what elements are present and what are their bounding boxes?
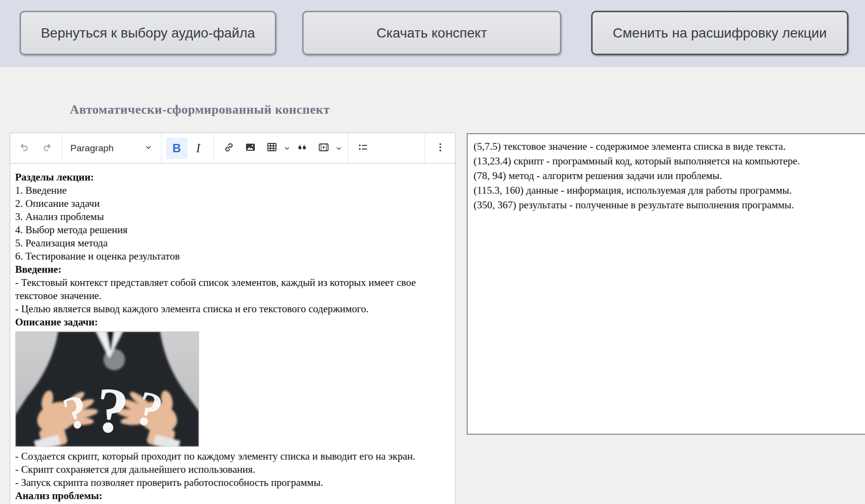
toolbar-separator — [213, 133, 214, 163]
toolbar-separator — [62, 133, 62, 163]
italic-button[interactable]: I — [187, 138, 209, 159]
undo-button[interactable] — [14, 138, 36, 159]
transcript-line: (13,23.4) скрипт - программный код, кото… — [474, 154, 865, 168]
transcript-line: (115.3, 160) данные - информация, исполь… — [474, 183, 865, 198]
redo-button[interactable] — [36, 138, 57, 159]
image-icon — [245, 141, 256, 155]
block-quote-button[interactable] — [291, 138, 313, 159]
content-line: 4. Выбор метода решения — [15, 223, 450, 237]
editor-toolbar: Paragraph B I — [10, 133, 455, 163]
content-line: 6. Тестирование и оценка результатов — [15, 250, 450, 263]
transcript-line: (350, 367) результаты - полученные в рез… — [474, 198, 865, 212]
bold-icon: B — [172, 141, 181, 155]
paragraph-style-dropdown[interactable]: Paragraph — [66, 138, 157, 159]
page-title: Автоматически-сформированный конспект — [70, 102, 330, 117]
content-heading: Описание задачи: — [15, 316, 450, 329]
paragraph-style-label: Paragraph — [70, 143, 114, 154]
content-heading: Анализ проблемы: — [15, 489, 450, 503]
bold-button[interactable]: B — [166, 138, 187, 159]
insert-image-button[interactable] — [240, 138, 261, 159]
italic-icon: I — [196, 141, 200, 155]
content-heading: Введение: — [15, 263, 450, 276]
rich-text-editor: Paragraph B I — [10, 133, 455, 504]
content-line: - Текстовый контекст представляет собой … — [15, 276, 450, 302]
media-dropdown-chevron[interactable] — [334, 138, 343, 159]
toolbar-more-options-button[interactable] — [430, 138, 451, 159]
link-icon — [223, 141, 235, 155]
content-line: - Запуск скрипта позволяет проверить раб… — [15, 476, 450, 489]
link-button[interactable] — [218, 138, 240, 159]
toolbar-separator — [348, 133, 348, 163]
chevron-down-icon — [144, 143, 153, 153]
block-quote-icon — [296, 141, 308, 155]
table-dropdown-chevron[interactable] — [283, 138, 291, 159]
back-to-audio-select-button[interactable]: Вернуться к выбору аудио-файла — [20, 11, 276, 55]
content-line: 3. Анализ проблемы — [15, 210, 450, 223]
media-embed-icon — [318, 141, 330, 155]
content-line: 2. Описание задачи — [15, 197, 450, 210]
editor-content[interactable]: Разделы лекции: 1. Введение 2. Описание … — [10, 163, 455, 503]
media-embed-button[interactable] — [313, 138, 334, 159]
content-line: - Создается скрипт, который проходит по … — [15, 450, 450, 463]
download-notes-button[interactable]: Скачать конспект — [302, 11, 561, 55]
top-action-bar: Вернуться к выбору аудио-файла Скачать к… — [0, 0, 865, 67]
app-screen: Вернуться к выбору аудио-файла Скачать к… — [0, 0, 865, 504]
question-marks-photo: ? ? ? — [15, 331, 199, 447]
switch-to-transcript-button[interactable]: Сменить на расшифровку лекции — [591, 11, 848, 55]
content-line: - Целью является вывод каждого элемента … — [15, 302, 450, 316]
content-line: - Скрипт сохраняется для дальнейшего исп… — [15, 463, 450, 476]
toolbar-separator — [161, 133, 162, 163]
content-line: 1. Введение — [15, 184, 450, 197]
more-options-icon — [434, 141, 446, 155]
toolbar-separator — [425, 133, 425, 163]
transcript-line: (5,7.5) текстовое значение - содержимое … — [474, 139, 865, 154]
undo-icon — [19, 141, 31, 155]
insert-table-button[interactable] — [261, 138, 283, 159]
redo-icon — [41, 141, 52, 155]
bulleted-list-icon — [357, 141, 369, 155]
content-line: 5. Реализация метода — [15, 237, 450, 250]
table-icon — [266, 141, 278, 155]
transcript-line: (78, 94) метод - алгоритм решения задачи… — [474, 168, 865, 183]
content-heading: Разделы лекции: — [15, 171, 450, 184]
transcript-panel[interactable]: (5,7.5) текстовое значение - содержимое … — [467, 133, 865, 435]
bulleted-list-button[interactable] — [352, 138, 374, 159]
